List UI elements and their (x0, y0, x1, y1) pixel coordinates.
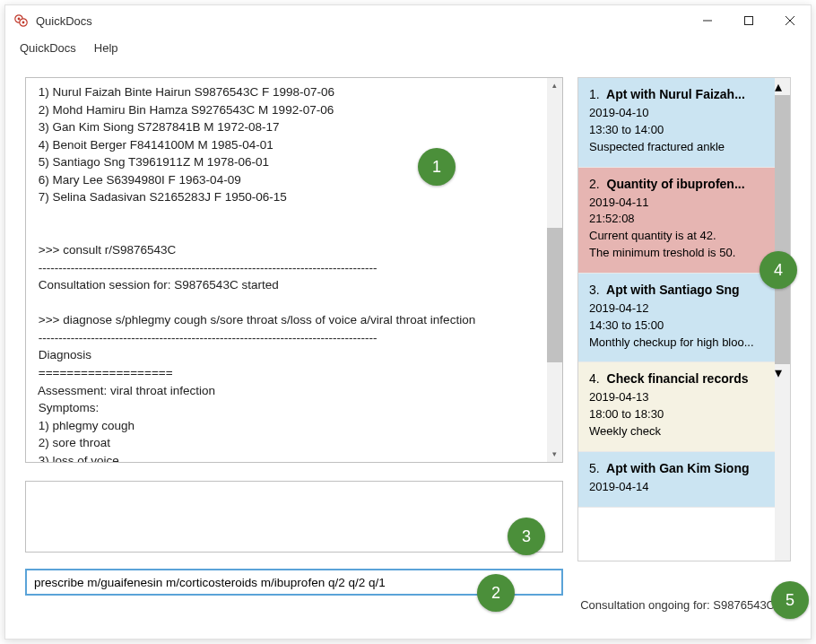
reminder-title: 4. Check financial records (589, 371, 764, 386)
main-column: 1) Nurul Faizah Binte Hairun S9876543C F… (25, 77, 563, 596)
svg-point-2 (18, 18, 21, 21)
reminder-line: 21:52:08 (589, 211, 764, 228)
menubar: QuickDocs Help (5, 36, 811, 59)
content-area: 1) Nurul Faizah Binte Hairun S9876543C F… (5, 59, 811, 639)
titlebar: QuickDocs (5, 5, 811, 36)
menu-quickdocs[interactable]: QuickDocs (20, 41, 76, 55)
console-line: ----------------------------------------… (35, 259, 553, 277)
console-text: 1) Nurul Faizah Binte Hairun S9876543C F… (35, 83, 553, 463)
minimize-button[interactable] (687, 5, 728, 36)
reminder-line: 13:30 to 14:00 (589, 122, 764, 139)
reminder-line: 14:30 to 15:00 (589, 318, 764, 335)
reminder-title: 1. Apt with Nurul Faizah... (589, 87, 764, 101)
console-line: 1) phlegmy cough (35, 417, 553, 435)
maximize-button[interactable] (728, 5, 769, 36)
reminder-line: Suspected fractured ankle (589, 139, 764, 156)
console-line: 4) Benoit Berger F8414100M M 1985-04-01 (35, 136, 553, 154)
reminders-sidebar: 1. Apt with Nurul Faizah...2019-04-1013:… (577, 77, 791, 561)
app-icon (14, 13, 29, 28)
reminder-line: The minimum treshold is 50. (589, 245, 764, 262)
window-frame: QuickDocs QuickDocs Help 1) Nurul Faizah… (4, 4, 812, 640)
console-scrollbar[interactable]: ▴ ▾ (547, 78, 562, 462)
scroll-up-icon[interactable]: ▴ (547, 78, 562, 93)
status-text: Consultation ongoing for: S9876543C (580, 598, 775, 612)
console-line (35, 294, 553, 312)
reminder-title: 2. Quantity of ibuprofen... (589, 177, 764, 191)
console-line: Diagnosis (35, 346, 553, 364)
console-line: =================== (35, 364, 553, 382)
reminder-line: Monthly checkup for high bloo... (589, 335, 764, 352)
console-line: >>> consult r/S9876543C (35, 241, 553, 259)
close-button[interactable] (769, 5, 811, 36)
console-line: 3) Gan Kim Siong S7287841B M 1972-08-17 (35, 118, 553, 136)
reminder-title: 5. Apt with Gan Kim Siong (589, 461, 764, 475)
svg-point-3 (22, 22, 25, 24)
reminder-line: 2019-04-10 (589, 105, 764, 122)
reminder-card[interactable]: 2. Quantity of ibuprofen...2019-04-1121:… (578, 168, 775, 274)
reminder-card[interactable]: 4. Check financial records2019-04-1318:0… (578, 362, 775, 452)
console-line: ----------------------------------------… (35, 329, 553, 347)
reminder-title: 3. Apt with Santiago Sng (589, 283, 764, 297)
console-output[interactable]: 1) Nurul Faizah Binte Hairun S9876543C F… (25, 77, 563, 463)
console-line: Symptoms: (35, 399, 553, 417)
console-line (35, 206, 553, 224)
scroll-down-icon[interactable]: ▾ (775, 364, 790, 381)
callout-3: 3 (508, 518, 545, 555)
scroll-thumb[interactable] (547, 228, 562, 362)
console-line: 6) Mary Lee S6394980I F 1963-04-09 (35, 171, 553, 189)
reminder-line: 2019-04-13 (589, 389, 764, 406)
reminder-line: 2019-04-14 (589, 479, 764, 496)
callout-4: 4 (760, 251, 797, 289)
console-line: Assessment: viral throat infection (35, 382, 553, 400)
console-line: >>> diagnose s/phlegmy cough s/sore thro… (35, 311, 553, 329)
window-controls (687, 5, 811, 36)
reminder-card[interactable]: 1. Apt with Nurul Faizah...2019-04-1013:… (578, 78, 775, 168)
menu-help[interactable]: Help (94, 41, 118, 55)
console-line: 5) Santiago Sng T3961911Z M 1978-06-01 (35, 153, 553, 171)
console-line: 2) Mohd Hamiru Bin Hamza S9276543C M 199… (35, 101, 553, 119)
console-line: 1) Nurul Faizah Binte Hairun S9876543C F… (35, 83, 553, 101)
callout-5: 5 (771, 581, 809, 619)
scroll-down-icon[interactable]: ▾ (547, 447, 562, 462)
scroll-up-icon[interactable]: ▴ (775, 78, 790, 95)
callout-2: 2 (477, 574, 515, 612)
console-line: 7) Selina Sadasivan S2165283J F 1950-06-… (35, 188, 553, 206)
svg-rect-5 (745, 17, 753, 25)
console-line: Consultation session for: S9876543C star… (35, 276, 553, 294)
message-panel (25, 481, 563, 553)
reminder-line: Weekly check (589, 423, 764, 440)
callout-1: 1 (418, 148, 456, 186)
sidebar-scrollbar[interactable]: ▴ ▾ (775, 78, 790, 561)
reminder-line: 2019-04-12 (589, 300, 764, 318)
window-title: QuickDocs (36, 14, 92, 28)
reminder-line: Current quantity is at 42. (589, 228, 764, 245)
reminder-card[interactable]: 3. Apt with Santiago Sng2019-04-1214:30 … (578, 274, 775, 363)
scroll-thumb[interactable] (775, 95, 790, 364)
reminder-line: 2019-04-11 (589, 195, 764, 212)
console-line: 2) sore throat (35, 434, 553, 452)
console-line (35, 224, 553, 242)
reminder-card[interactable]: 5. Apt with Gan Kim Siong2019-04-14 (578, 452, 775, 508)
reminder-line: 18:00 to 18:30 (589, 406, 764, 423)
console-line: 3) loss of voice (35, 452, 553, 463)
